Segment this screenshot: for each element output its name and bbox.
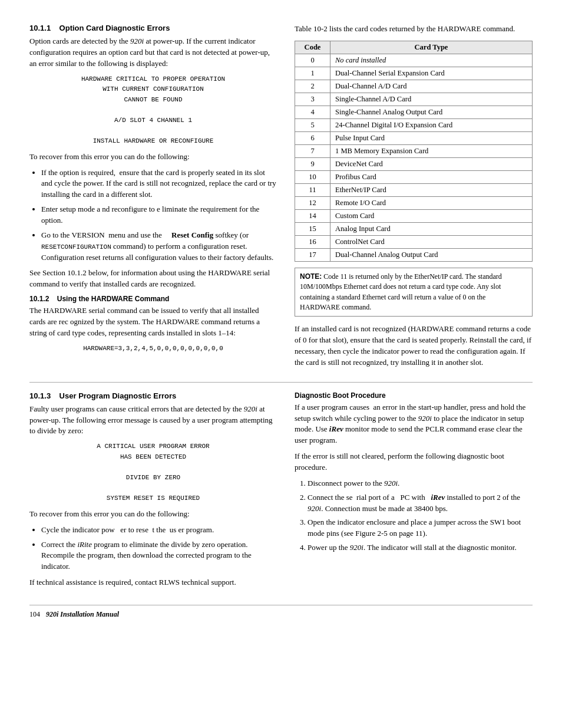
error-display-block: HARDWARE CRITICAL TO PROPER OPERATION WI…	[29, 74, 277, 147]
device-name-3: 920i	[418, 414, 432, 423]
table-cell-code: 2	[295, 80, 330, 93]
table-cell-code: 7	[295, 144, 330, 157]
irite-italic: iRite	[77, 540, 92, 549]
section-10-1-2-title: 10.1.2 Using the HARDWARE Command	[29, 295, 277, 303]
table-cell-type: Dual-Channel Serial Expansion Card	[330, 67, 533, 80]
table-cell-type: ControlNet Card	[330, 235, 533, 248]
table-header-type: Card Type	[330, 41, 533, 54]
user-prog-recover-label: To recover from this error you can do th…	[29, 509, 277, 520]
section-10-1-1-title: 10.1.1 Option Card Diagnostic Errors	[29, 24, 277, 32]
user-prog-error-display: A CRITICAL USER PROGRAM ERROR HAS BEEN D…	[29, 442, 277, 504]
closing-para: If technical assistance is required, con…	[29, 577, 277, 588]
table-cell-type: No card installed	[330, 54, 533, 67]
note-label: NOTE:	[300, 272, 322, 281]
see-section-para: See Section 10.1.2 below, for informatio…	[29, 268, 277, 290]
table-cell-type: Remote I/O Card	[330, 196, 533, 209]
bullet-1: If the option is required, ensure that t…	[41, 167, 277, 201]
recovery-bullets: If the option is required, ensure that t…	[41, 167, 277, 263]
table-cell-type: 24-Channel Digital I/O Expansion Card	[330, 118, 533, 131]
irev-step2: iRev	[431, 493, 445, 502]
table-row: 0No card installed	[295, 54, 533, 67]
table-row: 11EtherNet/IP Card	[295, 183, 533, 196]
diag-boot-second: If the error is still not cleared, perfo…	[295, 451, 533, 473]
page-footer: 104 920i Installation Manual	[29, 605, 533, 619]
diag-boot-intro: If a user program causes an error in the…	[295, 402, 533, 446]
table-cell-type: Single-Channel A/D Card	[330, 93, 533, 106]
subsection-heading: Using the HARDWARE Command	[57, 295, 170, 303]
section-divider	[29, 382, 533, 383]
device-name-2: 920i	[244, 404, 257, 413]
table-row: 16ControlNet Card	[295, 235, 533, 248]
table-row: 524-Channel Digital I/O Expansion Card	[295, 118, 533, 131]
card-code-table: Code Card Type 0No card installed1Dual-C…	[295, 41, 533, 262]
hardware-para1: The HARDWARE serial command can be issue…	[29, 305, 277, 339]
user-prog-bullets: Cycle the indicator pow er to rese t the…	[41, 525, 277, 572]
section-id: 10.1.1	[29, 24, 51, 32]
table-cell-code: 5	[295, 118, 330, 131]
table-row: 17Dual-Channel Analog Output Card	[295, 248, 533, 261]
irev-name: iRev	[329, 424, 343, 433]
table-row: 3Single-Channel A/D Card	[295, 93, 533, 106]
table-row: 1Dual-Channel Serial Expansion Card	[295, 67, 533, 80]
page-number: 104	[29, 610, 40, 619]
table-cell-type: Dual-Channel A/D Card	[330, 80, 533, 93]
table-cell-code: 1	[295, 67, 330, 80]
table-row: 4Single-Channel Analog Output Card	[295, 106, 533, 118]
table-cell-code: 3	[295, 93, 330, 106]
bullet-2: Enter setup mode a nd reconfigure to e l…	[41, 204, 277, 226]
table-cell-type: 1 MB Memory Expansion Card	[330, 144, 533, 157]
table-cell-type: Custom Card	[330, 209, 533, 222]
table-row: 2Dual-Channel A/D Card	[295, 80, 533, 93]
table-row: 6Pulse Input Card	[295, 131, 533, 144]
recover-label: To recover from this error you can do th…	[29, 151, 277, 163]
reset-config-mono: RESETCONFIGURATION	[41, 243, 111, 251]
device-step1: 920i	[384, 479, 398, 487]
table-cell-code: 12	[295, 196, 330, 209]
table-cell-type: Single-Channel Analog Output Card	[330, 106, 533, 118]
section-10-1-3-title: 10.1.3 User Program Diagnostic Errors	[29, 391, 277, 400]
table-cell-code: 10	[295, 170, 330, 183]
reset-config-bold: Reset Config	[171, 230, 213, 239]
table-cell-code: 17	[295, 248, 330, 261]
table-cell-code: 9	[295, 157, 330, 170]
table-cell-type: Dual-Channel Analog Output Card	[330, 248, 533, 261]
not-recognized-para: If an installed card is not recognized (…	[295, 324, 533, 368]
table-cell-code: 11	[295, 183, 330, 196]
table-row: 12Remote I/O Card	[295, 196, 533, 209]
step-4: Power up the 920i. The indicator will st…	[308, 542, 533, 554]
table-header-code: Code	[295, 41, 330, 54]
table-cell-type: DeviceNet Card	[330, 157, 533, 170]
table-cell-code: 4	[295, 106, 330, 118]
table-cell-type: Profibus Card	[330, 170, 533, 183]
step-1: Disconnect power to the 920i.	[308, 478, 533, 489]
subsection-id: 10.1.2	[29, 295, 49, 303]
hardware-example: HARDWARE=3,3,2,4,5,0,0,0,0,0,0,0,0,0	[29, 344, 277, 354]
table-row: 15Analog Input Card	[295, 222, 533, 235]
table-cell-code: 16	[295, 235, 330, 248]
step-3: Open the indicator enclosure and place a…	[308, 517, 533, 539]
bottom-section-heading: User Program Diagnostic Errors	[59, 391, 177, 400]
table-cell-code: 6	[295, 131, 330, 144]
footer-title: 920i Installation Manual	[46, 610, 119, 619]
section-heading: Option Card Diagnostic Errors	[59, 24, 170, 32]
diag-boot-title: Diagnostic Boot Procedure	[295, 391, 533, 400]
step-2: Connect the se rial port of a PC with iR…	[308, 492, 533, 515]
diag-boot-steps: Disconnect power to the 920i. Connect th…	[308, 478, 533, 554]
table-row: 10Profibus Card	[295, 170, 533, 183]
table-cell-type: Analog Input Card	[330, 222, 533, 235]
user-bullet-2: Correct the iRite program to eliminate t…	[41, 539, 277, 573]
device-name: 920i	[130, 37, 144, 45]
table-row: 9DeviceNet Card	[295, 157, 533, 170]
intro-paragraph: Option cards are detected by the 920i at…	[29, 36, 277, 70]
note-box: NOTE: Code 11 is returned only by the Et…	[295, 268, 533, 317]
note-text: Code 11 is returned only by the EtherNet…	[300, 272, 502, 311]
device-step4: 920i	[350, 543, 363, 552]
table-cell-type: Pulse Input Card	[330, 131, 533, 144]
table-cell-code: 0	[295, 54, 330, 67]
table-row: 71 MB Memory Expansion Card	[295, 144, 533, 157]
device-step2: 920i	[308, 504, 321, 513]
table-cell-code: 14	[295, 209, 330, 222]
table-cell-code: 15	[295, 222, 330, 235]
table-row: 14Custom Card	[295, 209, 533, 222]
user-prog-intro: Faulty user programs can cause critical …	[29, 404, 277, 437]
